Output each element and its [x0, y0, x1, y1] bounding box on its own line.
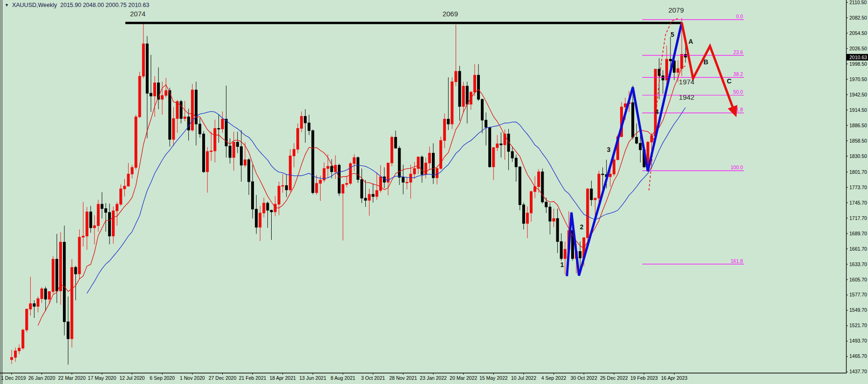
- price-tick-label: 1493.70: [849, 338, 867, 343]
- date-tick-label: 1 Nov 2020: [180, 375, 205, 381]
- fib-level-label: 50.0: [733, 89, 743, 95]
- date-tick-label: 10 Jul 2022: [511, 375, 536, 381]
- date-tick-label: 1 Dec 2019: [1, 375, 26, 381]
- candle: [63, 226, 66, 336]
- price-tick-label: 1914.50: [849, 107, 867, 113]
- candle: [357, 157, 359, 183]
- candlestick-chart[interactable]: 0.023.638.250.061.8100.0161.820742069207…: [0, 0, 868, 384]
- price-annotation[interactable]: 2074: [130, 10, 145, 18]
- date-tick-label: 18 Apr 2021: [269, 375, 296, 381]
- candle: [26, 309, 28, 332]
- wave-label[interactable]: 2: [580, 223, 583, 231]
- price-annotation[interactable]: 1974: [679, 78, 694, 86]
- candle: [349, 162, 352, 185]
- wave-label[interactable]: C: [727, 77, 731, 85]
- price-tick-label: 2110.50: [849, 0, 867, 5]
- price-tick-label: 1998.50: [849, 61, 867, 67]
- price-annotation[interactable]: 1942: [679, 93, 694, 101]
- candle: [52, 256, 54, 294]
- date-tick-label: 20 Mar 2022: [450, 375, 477, 381]
- date-tick-label: 25 Dec 2022: [600, 375, 628, 381]
- fib-level-label: 23.6: [733, 49, 743, 55]
- price-tick-label: 1858.50: [849, 138, 867, 144]
- wave-label[interactable]: 3: [607, 146, 611, 153]
- price-tick-label: 1886.50: [849, 123, 867, 128]
- wave-label[interactable]: A: [689, 38, 693, 45]
- price-tick-label: 1521.70: [849, 322, 867, 328]
- fib-level-label: 38.2: [733, 71, 743, 77]
- candle: [312, 130, 314, 194]
- price-tick-label: 1605.70: [849, 277, 867, 282]
- price-tick-label: 1717.70: [849, 215, 867, 221]
- date-tick-label: 23 Jan 2022: [420, 375, 447, 381]
- date-tick-label: 17 May 2020: [88, 375, 116, 381]
- date-tick-label: 30 Oct 2022: [571, 375, 597, 381]
- current-price-tag: 2010.63: [847, 54, 868, 61]
- fib-level-label: 0.0: [736, 14, 743, 19]
- date-tick-label: 12 Jul 2020: [119, 375, 144, 381]
- date-tick-label: 13 Jun 2021: [299, 375, 326, 381]
- date-tick-label: 28 Nov 2021: [390, 375, 417, 381]
- price-tick-label: 1970.50: [849, 76, 867, 82]
- price-annotation[interactable]: 2069: [443, 10, 458, 18]
- date-tick-label: 16 Apr 2023: [661, 375, 688, 381]
- date-tick-label: 22 Mar 2020: [58, 375, 86, 381]
- candle: [338, 164, 340, 196]
- price-tick-label: 1689.70: [849, 231, 867, 236]
- candle: [440, 137, 442, 170]
- date-tick-label: 15 May 2022: [479, 375, 508, 381]
- candle: [489, 127, 491, 167]
- symbol-timeframe-label: XAUUSD,Weekly: [12, 2, 57, 8]
- price-annotation[interactable]: 2079: [668, 6, 683, 14]
- fib-level-label: 161.8: [731, 258, 743, 264]
- candle: [138, 72, 141, 118]
- candle: [191, 84, 193, 132]
- candle: [135, 115, 137, 170]
- price-tick-label: 1773.70: [849, 185, 867, 190]
- price-tick-label: 1830.50: [849, 153, 867, 159]
- collapse-chart-icon[interactable]: ▼: [5, 3, 9, 7]
- price-tick-label: 1577.70: [849, 292, 867, 297]
- price-tick-label: 2054.50: [849, 30, 867, 36]
- candle: [289, 149, 291, 192]
- wave-label[interactable]: 4: [655, 108, 659, 116]
- fib-level-label: 100.0: [731, 165, 743, 170]
- chart-title-bar: ▼ XAUUSD,Weekly 2015.90 2048.00 2000.75 …: [5, 2, 149, 8]
- candle: [519, 166, 521, 210]
- price-tick-label: 1745.70: [849, 200, 867, 206]
- price-tick-label: 1942.50: [849, 92, 867, 97]
- candle: [451, 77, 453, 129]
- candle: [71, 259, 73, 348]
- candle: [203, 131, 205, 173]
- mt4-chart-window: 0.023.638.250.061.8100.0161.820742069207…: [0, 0, 868, 384]
- date-tick-label: 27 Dec 2020: [209, 375, 237, 381]
- plot-area[interactable]: [4, 0, 846, 373]
- date-tick-label: 21 Feb 2021: [239, 375, 267, 381]
- date-tick-label: 4 Sep 2022: [541, 375, 567, 381]
- date-tick-label: 6 Sep 2020: [150, 375, 175, 381]
- candle: [391, 136, 393, 166]
- candle: [169, 88, 171, 146]
- price-tick-label: 1437.70: [849, 369, 867, 374]
- current-price-label: 2010.63: [849, 55, 867, 60]
- date-tick-label: 8 Aug 2021: [330, 375, 355, 381]
- price-tick-label: 1801.70: [849, 169, 867, 175]
- date-tick-label: 3 Oct 2021: [361, 375, 385, 381]
- wave-label[interactable]: 1: [560, 261, 564, 268]
- price-tick-label: 2082.50: [849, 15, 867, 21]
- ohlc-readout: 2015.90 2048.00 2000.75 2010.63: [60, 2, 149, 8]
- price-tick-label: 1549.70: [849, 307, 867, 313]
- date-tick-label: 26 Jan 2020: [28, 375, 55, 381]
- candle: [22, 329, 24, 350]
- price-tick-label: 2026.50: [849, 46, 867, 51]
- price-tick-label: 1661.70: [849, 246, 867, 252]
- date-tick-label: 19 Feb 2023: [630, 375, 658, 381]
- wave-label[interactable]: 5: [670, 31, 674, 38]
- price-tick-label: 1465.70: [849, 353, 867, 359]
- candle: [541, 169, 544, 204]
- price-tick-label: 1633.70: [849, 261, 867, 267]
- wave-label[interactable]: B: [704, 58, 708, 66]
